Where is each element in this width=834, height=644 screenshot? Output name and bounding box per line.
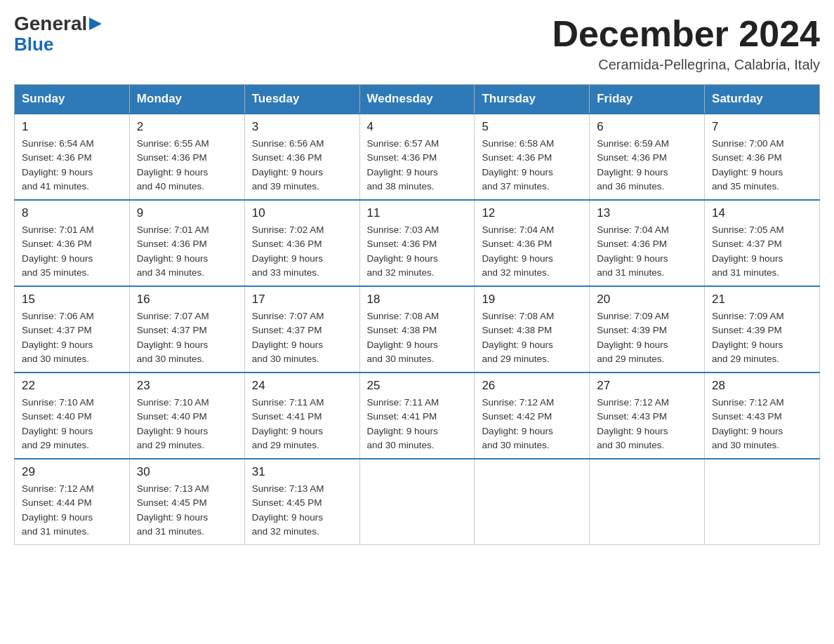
day-info: Sunrise: 7:13 AMSunset: 4:45 PMDaylight:… xyxy=(252,483,324,537)
day-info: Sunrise: 7:09 AMSunset: 4:39 PMDaylight:… xyxy=(597,311,669,364)
weekday-header-row: SundayMondayTuesdayWednesdayThursdayFrid… xyxy=(15,85,820,114)
day-number: 14 xyxy=(712,206,812,220)
day-info: Sunrise: 6:57 AMSunset: 4:36 PMDaylight:… xyxy=(367,138,439,192)
logo-general-text: General xyxy=(14,14,87,34)
calendar-cell: 18 Sunrise: 7:08 AMSunset: 4:38 PMDaylig… xyxy=(359,286,475,373)
calendar-cell: 27 Sunrise: 7:12 AMSunset: 4:43 PMDaylig… xyxy=(590,373,705,459)
calendar-cell: 11 Sunrise: 7:03 AMSunset: 4:36 PMDaylig… xyxy=(359,200,475,286)
calendar-week-row: 1 Sunrise: 6:54 AMSunset: 4:36 PMDayligh… xyxy=(15,114,820,200)
calendar-cell: 20 Sunrise: 7:09 AMSunset: 4:39 PMDaylig… xyxy=(590,286,705,373)
day-info: Sunrise: 7:01 AMSunset: 4:36 PMDaylight:… xyxy=(137,224,209,278)
day-number: 9 xyxy=(137,206,237,220)
day-info: Sunrise: 7:03 AMSunset: 4:36 PMDaylight:… xyxy=(367,224,439,278)
location-subtitle: Ceramida-Pellegrina, Calabria, Italy xyxy=(552,57,820,73)
weekday-header-monday: Monday xyxy=(129,85,244,114)
day-info: Sunrise: 7:04 AMSunset: 4:36 PMDaylight:… xyxy=(482,224,554,278)
day-number: 11 xyxy=(367,206,468,220)
calendar-cell: 30 Sunrise: 7:13 AMSunset: 4:45 PMDaylig… xyxy=(129,459,244,545)
day-number: 2 xyxy=(137,120,237,134)
calendar-week-row: 15 Sunrise: 7:06 AMSunset: 4:37 PMDaylig… xyxy=(15,286,820,373)
day-number: 17 xyxy=(252,293,352,307)
day-info: Sunrise: 7:00 AMSunset: 4:36 PMDaylight:… xyxy=(712,138,784,192)
logo: General Blue xyxy=(14,14,102,53)
day-info: Sunrise: 7:08 AMSunset: 4:38 PMDaylight:… xyxy=(367,311,439,364)
day-number: 23 xyxy=(137,379,237,393)
calendar-cell: 5 Sunrise: 6:58 AMSunset: 4:36 PMDayligh… xyxy=(475,114,590,200)
day-info: Sunrise: 7:01 AMSunset: 4:36 PMDaylight:… xyxy=(22,224,94,278)
day-info: Sunrise: 7:12 AMSunset: 4:43 PMDaylight:… xyxy=(712,397,784,450)
calendar-cell: 10 Sunrise: 7:02 AMSunset: 4:36 PMDaylig… xyxy=(244,200,359,286)
month-title: December 2024 xyxy=(552,14,820,54)
day-info: Sunrise: 6:59 AMSunset: 4:36 PMDaylight:… xyxy=(597,138,669,192)
day-number: 5 xyxy=(482,120,582,134)
day-number: 24 xyxy=(252,379,352,393)
day-info: Sunrise: 7:11 AMSunset: 4:41 PMDaylight:… xyxy=(252,397,324,450)
day-number: 19 xyxy=(482,293,582,307)
weekday-header-wednesday: Wednesday xyxy=(359,85,475,114)
calendar-cell: 28 Sunrise: 7:12 AMSunset: 4:43 PMDaylig… xyxy=(705,373,820,459)
day-number: 7 xyxy=(712,120,812,134)
day-number: 22 xyxy=(22,379,122,393)
calendar-cell xyxy=(590,459,705,545)
calendar-week-row: 22 Sunrise: 7:10 AMSunset: 4:40 PMDaylig… xyxy=(15,373,820,459)
calendar-cell: 24 Sunrise: 7:11 AMSunset: 4:41 PMDaylig… xyxy=(244,373,359,459)
calendar-cell: 17 Sunrise: 7:07 AMSunset: 4:37 PMDaylig… xyxy=(244,286,359,373)
calendar-cell: 13 Sunrise: 7:04 AMSunset: 4:36 PMDaylig… xyxy=(590,200,705,286)
title-area: December 2024 Ceramida-Pellegrina, Calab… xyxy=(552,14,820,73)
weekday-header-tuesday: Tuesday xyxy=(244,85,359,114)
day-number: 25 xyxy=(367,379,468,393)
calendar-cell: 21 Sunrise: 7:09 AMSunset: 4:39 PMDaylig… xyxy=(705,286,820,373)
day-number: 30 xyxy=(137,465,237,479)
day-number: 1 xyxy=(22,120,122,134)
day-number: 21 xyxy=(712,293,812,307)
day-info: Sunrise: 7:06 AMSunset: 4:37 PMDaylight:… xyxy=(22,311,94,364)
day-info: Sunrise: 7:12 AMSunset: 4:44 PMDaylight:… xyxy=(22,483,94,537)
calendar-cell: 25 Sunrise: 7:11 AMSunset: 4:41 PMDaylig… xyxy=(359,373,475,459)
weekday-header-thursday: Thursday xyxy=(475,85,590,114)
day-number: 28 xyxy=(712,379,812,393)
calendar-cell: 15 Sunrise: 7:06 AMSunset: 4:37 PMDaylig… xyxy=(15,286,130,373)
calendar-week-row: 8 Sunrise: 7:01 AMSunset: 4:36 PMDayligh… xyxy=(15,200,820,286)
calendar-cell: 22 Sunrise: 7:10 AMSunset: 4:40 PMDaylig… xyxy=(15,373,130,459)
day-info: Sunrise: 7:12 AMSunset: 4:43 PMDaylight:… xyxy=(597,397,669,450)
calendar-cell: 6 Sunrise: 6:59 AMSunset: 4:36 PMDayligh… xyxy=(590,114,705,200)
logo-blue-text: Blue xyxy=(14,35,102,53)
day-info: Sunrise: 6:54 AMSunset: 4:36 PMDaylight:… xyxy=(22,138,94,192)
logo-arrow-icon xyxy=(89,18,102,32)
calendar-cell xyxy=(705,459,820,545)
day-info: Sunrise: 7:04 AMSunset: 4:36 PMDaylight:… xyxy=(597,224,669,278)
day-info: Sunrise: 7:11 AMSunset: 4:41 PMDaylight:… xyxy=(367,397,439,450)
day-number: 31 xyxy=(252,465,352,479)
weekday-header-friday: Friday xyxy=(590,85,705,114)
svg-marker-0 xyxy=(89,18,102,30)
calendar-cell xyxy=(475,459,590,545)
calendar-cell: 4 Sunrise: 6:57 AMSunset: 4:36 PMDayligh… xyxy=(359,114,475,200)
day-info: Sunrise: 7:10 AMSunset: 4:40 PMDaylight:… xyxy=(22,397,94,450)
calendar-table: SundayMondayTuesdayWednesdayThursdayFrid… xyxy=(14,84,820,545)
day-number: 26 xyxy=(482,379,582,393)
calendar-cell: 26 Sunrise: 7:12 AMSunset: 4:42 PMDaylig… xyxy=(475,373,590,459)
calendar-cell: 23 Sunrise: 7:10 AMSunset: 4:40 PMDaylig… xyxy=(129,373,244,459)
day-number: 13 xyxy=(597,206,697,220)
day-number: 29 xyxy=(22,465,122,479)
day-number: 6 xyxy=(597,120,697,134)
day-info: Sunrise: 7:05 AMSunset: 4:37 PMDaylight:… xyxy=(712,224,784,278)
day-number: 27 xyxy=(597,379,697,393)
calendar-cell: 12 Sunrise: 7:04 AMSunset: 4:36 PMDaylig… xyxy=(475,200,590,286)
calendar-cell xyxy=(359,459,475,545)
calendar-cell: 7 Sunrise: 7:00 AMSunset: 4:36 PMDayligh… xyxy=(705,114,820,200)
day-number: 8 xyxy=(22,206,122,220)
day-info: Sunrise: 7:12 AMSunset: 4:42 PMDaylight:… xyxy=(482,397,554,450)
day-number: 4 xyxy=(367,120,468,134)
calendar-cell: 14 Sunrise: 7:05 AMSunset: 4:37 PMDaylig… xyxy=(705,200,820,286)
calendar-cell: 2 Sunrise: 6:55 AMSunset: 4:36 PMDayligh… xyxy=(129,114,244,200)
day-number: 12 xyxy=(482,206,582,220)
day-number: 20 xyxy=(597,293,697,307)
weekday-header-sunday: Sunday xyxy=(15,85,130,114)
calendar-cell: 8 Sunrise: 7:01 AMSunset: 4:36 PMDayligh… xyxy=(15,200,130,286)
day-number: 15 xyxy=(22,293,122,307)
calendar-cell: 1 Sunrise: 6:54 AMSunset: 4:36 PMDayligh… xyxy=(15,114,130,200)
calendar-cell: 3 Sunrise: 6:56 AMSunset: 4:36 PMDayligh… xyxy=(244,114,359,200)
day-info: Sunrise: 6:58 AMSunset: 4:36 PMDaylight:… xyxy=(482,138,554,192)
day-info: Sunrise: 7:10 AMSunset: 4:40 PMDaylight:… xyxy=(137,397,209,450)
